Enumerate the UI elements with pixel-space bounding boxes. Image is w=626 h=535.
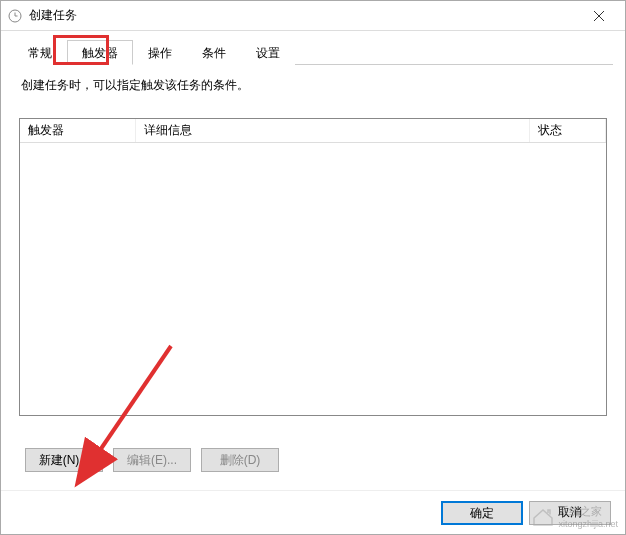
tab-conditions[interactable]: 条件	[187, 40, 241, 65]
ok-button[interactable]: 确定	[441, 501, 523, 525]
tab-actions[interactable]: 操作	[133, 40, 187, 65]
column-detail[interactable]: 详细信息	[136, 119, 530, 142]
titlebar: 创建任务	[1, 1, 625, 31]
close-button[interactable]	[579, 2, 619, 30]
table-body[interactable]	[20, 143, 606, 415]
tab-triggers[interactable]: 触发器	[67, 40, 133, 65]
tab-general[interactable]: 常规	[13, 40, 67, 65]
triggers-table: 触发器 详细信息 状态	[19, 118, 607, 416]
column-trigger[interactable]: 触发器	[20, 119, 136, 142]
tab-settings[interactable]: 设置	[241, 40, 295, 65]
trigger-buttons: 新建(N)... 编辑(E)... 删除(D)	[25, 448, 607, 472]
clock-icon	[7, 8, 23, 24]
create-task-dialog: 创建任务 常规 触发器 操作 条件 设置 创建任务时，可以指定触发该任务的条件。…	[0, 0, 626, 535]
edit-button[interactable]: 编辑(E)...	[113, 448, 191, 472]
tab-strip: 常规 触发器 操作 条件 设置	[13, 39, 613, 65]
delete-button[interactable]: 删除(D)	[201, 448, 279, 472]
table-header: 触发器 详细信息 状态	[20, 119, 606, 143]
triggers-panel: 创建任务时，可以指定触发该任务的条件。 触发器 详细信息 状态 新建(N)...…	[13, 65, 613, 478]
column-status[interactable]: 状态	[530, 119, 606, 142]
dialog-footer: 确定 取消	[1, 490, 625, 534]
window-title: 创建任务	[29, 7, 579, 24]
new-button[interactable]: 新建(N)...	[25, 448, 103, 472]
cancel-button[interactable]: 取消	[529, 501, 611, 525]
panel-description: 创建任务时，可以指定触发该任务的条件。	[21, 77, 607, 94]
